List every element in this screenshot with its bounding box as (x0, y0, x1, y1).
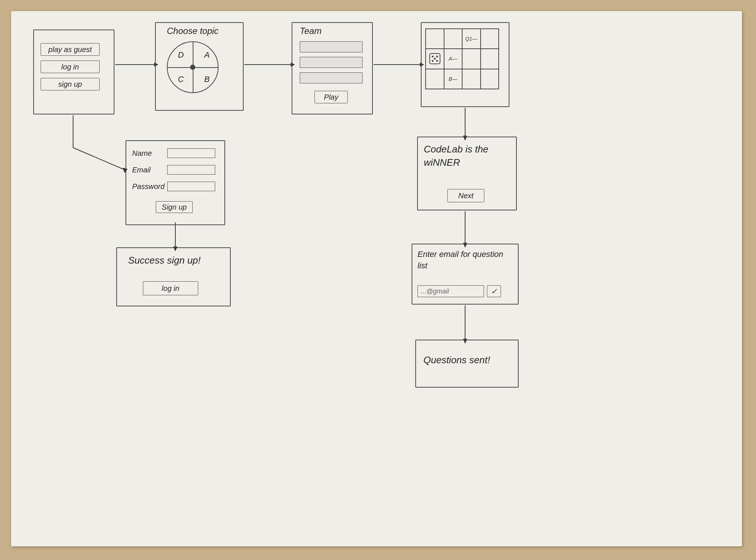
game-legend-a: A— (449, 56, 457, 62)
screen-game: Q1— A— (421, 22, 509, 107)
email-label: Email (132, 166, 164, 174)
topic-title: Choose topic (167, 26, 219, 36)
screen-team: Team Play (292, 22, 373, 114)
topic-option-b: B (204, 75, 210, 84)
svg-point-21 (432, 60, 433, 62)
password-label: Password (132, 182, 164, 191)
signup-link-button[interactable]: sign up (41, 78, 100, 90)
game-legend-q1: Q1— (465, 36, 477, 42)
screen-success: Success sign up! log in (116, 247, 231, 306)
sent-message: Questions sent! (423, 354, 490, 366)
svg-line-7 (73, 148, 125, 170)
email-submit-button[interactable]: ✓ (487, 285, 501, 297)
winner-message: CodeLab is the wiNNER (424, 142, 510, 169)
login-button[interactable]: log in (41, 61, 100, 73)
svg-point-20 (434, 58, 436, 60)
screen-questions-sent: Questions sent! (415, 340, 519, 388)
screen-winner: CodeLab is the wiNNER Next (417, 137, 517, 210)
screen-login: play as guest log in sign up (33, 30, 114, 114)
name-input[interactable] (167, 148, 215, 158)
play-as-guest-button[interactable]: play as guest (41, 43, 100, 56)
team-title: Team (300, 26, 322, 36)
email-input[interactable] (167, 165, 215, 175)
svg-point-18 (432, 56, 433, 58)
signup-submit-button[interactable]: Sign up (156, 201, 193, 213)
success-message: Success sign up! (128, 255, 201, 266)
svg-point-19 (436, 56, 438, 58)
svg-point-22 (436, 60, 438, 62)
login-after-signup-button[interactable]: log in (143, 281, 198, 295)
dice-icon (429, 53, 441, 65)
topic-option-a: A (204, 50, 210, 60)
paper-background: play as guest log in sign up Choose topi… (11, 11, 742, 546)
name-label: Name (132, 149, 164, 158)
email-list-input[interactable]: ...@gmail (417, 285, 484, 297)
email-list-label: Enter email for question list (417, 249, 513, 272)
topic-option-d: D (178, 50, 184, 60)
screen-choose-topic: Choose topic D A C B (155, 22, 244, 111)
topic-option-c: C (178, 75, 184, 84)
next-button[interactable]: Next (447, 189, 484, 202)
game-legend-b: B— (449, 76, 457, 82)
password-input[interactable] (167, 182, 215, 191)
screen-signup-form: Name Email Password Sign up (126, 140, 225, 225)
screen-email: Enter email for question list ...@gmail … (412, 244, 519, 305)
play-button[interactable]: Play (315, 91, 348, 103)
